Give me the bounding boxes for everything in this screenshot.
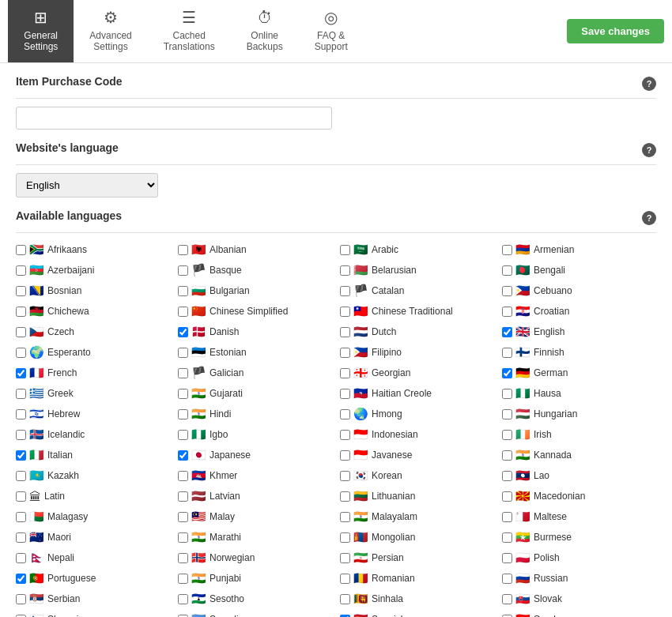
list-item[interactable]: 🇳🇬Hausa: [502, 385, 656, 402]
language-checkbox[interactable]: [16, 245, 26, 255]
language-checkbox[interactable]: [178, 286, 188, 296]
list-item[interactable]: 🇮🇹Italian: [16, 446, 170, 464]
language-checkbox[interactable]: [178, 471, 188, 481]
list-item[interactable]: 🇵🇱Polish: [502, 549, 656, 566]
language-checkbox[interactable]: [16, 594, 26, 604]
list-item[interactable]: 🇳🇵Nepali: [16, 549, 170, 566]
language-checkbox[interactable]: [502, 512, 512, 522]
list-item[interactable]: 🇲🇾Malay: [178, 508, 332, 525]
list-item[interactable]: 🇯🇵Japanese: [178, 446, 332, 464]
list-item[interactable]: 🇩🇪German: [502, 364, 656, 382]
purchase-code-input[interactable]: [16, 107, 332, 130]
language-checkbox[interactable]: [178, 594, 188, 604]
language-checkbox[interactable]: [178, 491, 188, 502]
language-checkbox[interactable]: [340, 532, 350, 543]
list-item[interactable]: 🇧🇦Bosnian: [16, 282, 170, 299]
list-item[interactable]: 🇬🇪Georgian: [340, 364, 494, 382]
list-item[interactable]: 🇱🇰Sinhala: [340, 590, 494, 608]
language-checkbox[interactable]: [16, 409, 26, 419]
list-item[interactable]: 🌏Hmong: [340, 405, 494, 423]
language-checkbox[interactable]: [340, 615, 350, 618]
list-item[interactable]: 🇷🇴Romanian: [340, 570, 494, 587]
language-checkbox[interactable]: [178, 307, 188, 317]
language-checkbox[interactable]: [502, 307, 512, 317]
language-checkbox[interactable]: [340, 389, 350, 399]
list-item[interactable]: 🇫🇷French: [16, 364, 170, 382]
language-checkbox[interactable]: [340, 265, 350, 276]
nav-general[interactable]: ⊞ GeneralSettings: [8, 0, 74, 62]
list-item[interactable]: 🇬🇷Greek: [16, 385, 170, 402]
language-checkbox[interactable]: [16, 491, 26, 502]
list-item[interactable]: 🇲🇳Mongolian: [340, 529, 494, 546]
language-checkbox[interactable]: [502, 327, 512, 337]
language-checkbox[interactable]: [178, 265, 188, 276]
website-language-help[interactable]: ?: [642, 143, 656, 157]
list-item[interactable]: 🇮🇳Hindi: [178, 405, 332, 423]
list-item[interactable]: 🇧🇩Bengali: [502, 261, 656, 279]
list-item[interactable]: 🇭🇹Haitian Creole: [340, 385, 494, 402]
language-checkbox[interactable]: [340, 327, 350, 337]
list-item[interactable]: 🇮🇷Persian: [340, 549, 494, 566]
nav-advanced[interactable]: ⚙ AdvancedSettings: [74, 0, 147, 62]
list-item[interactable]: 🇳🇴Norwegian: [178, 549, 332, 566]
language-checkbox[interactable]: [178, 553, 188, 563]
language-checkbox[interactable]: [340, 409, 350, 419]
language-checkbox[interactable]: [502, 368, 512, 378]
list-item[interactable]: 🇲🇰Macedonian: [502, 487, 656, 505]
list-item[interactable]: 🇧🇬Bulgarian: [178, 282, 332, 299]
language-checkbox[interactable]: [178, 450, 188, 461]
language-checkbox[interactable]: [502, 430, 512, 440]
list-item[interactable]: 🇲🇹Maltese: [502, 508, 656, 525]
list-item[interactable]: 🇧🇾Belarusian: [340, 261, 494, 279]
list-item[interactable]: 🇲🇲Burmese: [502, 529, 656, 546]
language-checkbox[interactable]: [340, 368, 350, 378]
language-checkbox[interactable]: [502, 471, 512, 481]
list-item[interactable]: 🇭🇺Hungarian: [502, 405, 656, 423]
list-item[interactable]: 🇷🇸Serbian: [16, 590, 170, 608]
list-item[interactable]: 🇳🇬Igbo: [178, 426, 332, 443]
language-checkbox[interactable]: [502, 245, 512, 255]
language-checkbox[interactable]: [16, 553, 26, 563]
list-item[interactable]: 🇹🇼Chinese Traditional: [340, 303, 494, 320]
language-checkbox[interactable]: [340, 491, 350, 502]
save-button[interactable]: Save changes: [567, 19, 664, 43]
list-item[interactable]: 🇮🇩Indonesian: [340, 426, 494, 443]
language-checkbox[interactable]: [16, 615, 26, 618]
purchase-code-help[interactable]: ?: [642, 77, 656, 91]
list-item[interactable]: 🇮🇳Kannada: [502, 446, 656, 464]
available-languages-help[interactable]: ?: [642, 211, 656, 225]
list-item[interactable]: 🇳🇿Maori: [16, 529, 170, 546]
list-item[interactable]: 🇱🇹Lithuanian: [340, 487, 494, 505]
list-item[interactable]: 🇵🇹Portuguese: [16, 570, 170, 587]
language-checkbox[interactable]: [502, 348, 512, 358]
list-item[interactable]: 🇷🇺Russian: [502, 570, 656, 587]
list-item[interactable]: 🇬🇧English: [502, 323, 656, 340]
language-checkbox[interactable]: [178, 327, 188, 337]
language-checkbox[interactable]: [502, 594, 512, 604]
list-item[interactable]: 🇨🇳Chinese Simplified: [178, 303, 332, 320]
language-checkbox[interactable]: [340, 307, 350, 317]
language-checkbox[interactable]: [502, 265, 512, 276]
list-item[interactable]: 🇸🇴Somali: [178, 611, 332, 617]
list-item[interactable]: 🇮🇩Sundanese: [502, 611, 656, 617]
list-item[interactable]: 🇵🇭Cebuano: [502, 282, 656, 299]
list-item[interactable]: 🇮🇳Punjabi: [178, 570, 332, 587]
list-item[interactable]: 🇮🇳Marathi: [178, 529, 332, 546]
language-checkbox[interactable]: [502, 286, 512, 296]
language-checkbox[interactable]: [16, 265, 26, 276]
language-checkbox[interactable]: [16, 348, 26, 358]
language-checkbox[interactable]: [178, 512, 188, 522]
language-checkbox[interactable]: [340, 450, 350, 461]
language-checkbox[interactable]: [340, 512, 350, 522]
list-item[interactable]: 🇨🇿Czech: [16, 323, 170, 340]
language-checkbox[interactable]: [340, 471, 350, 481]
language-checkbox[interactable]: [178, 532, 188, 543]
list-item[interactable]: 🇵🇭Filipino: [340, 344, 494, 361]
language-checkbox[interactable]: [340, 594, 350, 604]
list-item[interactable]: 🇰🇷Korean: [340, 467, 494, 484]
language-checkbox[interactable]: [178, 389, 188, 399]
list-item[interactable]: 🇫🇮Finnish: [502, 344, 656, 361]
language-checkbox[interactable]: [178, 615, 188, 618]
list-item[interactable]: 🇭🇷Croatian: [502, 303, 656, 320]
list-item[interactable]: 🇱🇸Sesotho: [178, 590, 332, 608]
